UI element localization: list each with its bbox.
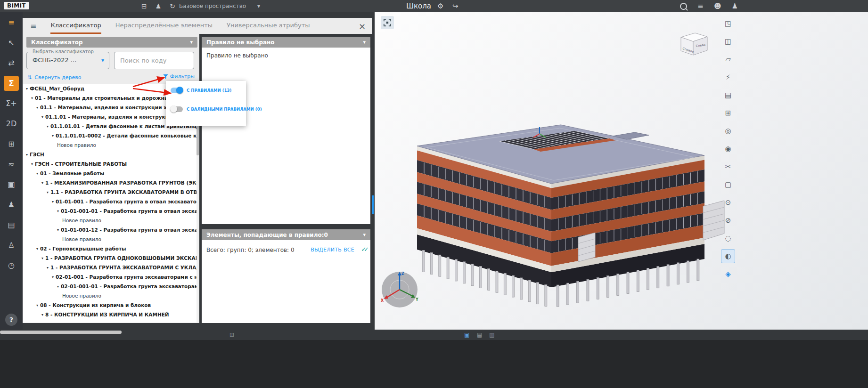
close-icon[interactable]: × (359, 21, 366, 31)
sync-icon[interactable]: ↻ (170, 2, 175, 10)
navigation-gizmo[interactable]: Z X Y (378, 268, 421, 311)
tree-caret-icon[interactable]: ▾ (41, 313, 43, 317)
tree-rule-item[interactable]: Новое правило (23, 234, 197, 244)
tree-caret-icon[interactable]: ▾ (52, 200, 54, 204)
classifier-section-header[interactable]: Классификатор ▾ (26, 37, 197, 48)
tree-caret-icon[interactable]: ▾ (36, 303, 38, 307)
shared-folder-icon[interactable]: ▤ (0, 215, 23, 235)
zoom-fit-icon[interactable]: ◳ (721, 17, 735, 30)
target-icon[interactable]: ◎ (721, 124, 735, 137)
code-search-input[interactable] (114, 52, 194, 69)
clash-icon[interactable]: ⚡ (721, 71, 735, 84)
tree-item[interactable]: ▾01-01-001 - Разработка грунта в отвал э… (23, 197, 197, 206)
tree-caret-icon[interactable]: ▾ (57, 228, 59, 232)
filters-button[interactable]: Фильтры (163, 73, 195, 80)
panel-menu-icon[interactable]: ≡ (30, 22, 36, 31)
tab-classifier[interactable]: Классификатор (50, 18, 101, 34)
measure-icon[interactable]: ▱ (721, 53, 735, 66)
tree-item[interactable]: ▾ГЭСН - СТРОИТЕЛЬНЫЕ РАБОТЫ (23, 159, 197, 169)
focus-icon[interactable]: ◉ (721, 142, 735, 155)
tree-item[interactable]: ▾02-01-001 - Разработка грунта экскавато… (23, 272, 197, 282)
tree-caret-icon[interactable]: ▾ (36, 105, 38, 110)
tree-caret-icon[interactable]: ▾ (47, 266, 49, 270)
tree-rule-item[interactable]: Новое правило (23, 216, 197, 225)
hide-icon[interactable]: ⊘ (721, 214, 735, 227)
tab-universal-attributes[interactable]: Универсальные атрибуты (227, 18, 310, 34)
structure-icon[interactable]: ⊞ (0, 134, 23, 154)
tree-caret-icon[interactable]: ▾ (47, 124, 49, 129)
tree-caret-icon[interactable]: ▾ (47, 190, 49, 194)
share-icon[interactable]: ↪ (452, 0, 459, 12)
dashboard-icon[interactable]: ◷ (0, 255, 23, 275)
tree-caret-icon[interactable]: ▾ (52, 275, 54, 279)
tree-item[interactable]: ▾01-01-001-12 - Разработка грунта в отва… (23, 225, 197, 234)
view-cube[interactable]: Справа Слева (676, 30, 710, 59)
double-check-icon[interactable]: ✓✓ (361, 246, 367, 253)
tree-caret-icon[interactable]: ▾ (36, 171, 38, 176)
cut-icon[interactable]: ✂ (721, 160, 735, 173)
toggle-switch[interactable] (171, 106, 183, 112)
tree-caret-icon[interactable]: ▾ (26, 87, 28, 91)
tree-rule-item[interactable]: Новое правило (23, 291, 197, 300)
horizontal-scrollbar[interactable] (0, 331, 122, 334)
user-icon[interactable]: ♟ (732, 2, 738, 10)
isolate-icon[interactable]: ◌ (721, 232, 735, 245)
team-icon[interactable]: ♟ (156, 2, 162, 10)
model-browser-icon[interactable]: ≡ (0, 12, 23, 32)
select-all-link[interactable]: ВЫДЕЛИТЬ ВСЁ (311, 247, 354, 253)
grid-icon[interactable]: ⊞ (721, 106, 735, 120)
plugins-icon[interactable]: ▣ (0, 174, 23, 194)
tree-caret-icon[interactable]: ▾ (31, 162, 33, 166)
layers-icon[interactable]: ▤ (721, 89, 735, 102)
settings-gear-icon[interactable]: ⚙ (437, 0, 443, 12)
tree-item[interactable]: ▾1 - МЕХАНИЗИРОВАННАЯ РАЗРАБОТКА ГРУНТОВ… (23, 178, 197, 187)
analytics-icon[interactable]: ≈ (0, 154, 23, 174)
tree-item[interactable]: ▾01-01-001-01 - Разработка грунта в отва… (23, 206, 197, 216)
tree-rule-item[interactable]: Новое правило (23, 140, 197, 150)
tree-caret-icon[interactable]: ▾ (41, 256, 43, 260)
tree-item[interactable]: ▾1 - РАЗРАБОТКА ГРУНТА ЭКСКАВАТОРАМИ С У… (23, 263, 197, 272)
model-cube-icon[interactable]: ◈ (721, 267, 735, 281)
tree-caret-icon[interactable]: ▾ (57, 284, 59, 289)
menu-list-icon[interactable]: ≡ (697, 2, 704, 10)
tree-caret-icon[interactable]: ▾ (31, 96, 33, 100)
tab-unallocated-elements[interactable]: Нераспределённые элементы (115, 18, 213, 34)
bottom-layers-icon[interactable]: ▥ (489, 331, 494, 338)
mapping-icon[interactable]: ⇄ (0, 53, 23, 73)
user-location-icon[interactable]: ♙ (0, 235, 23, 255)
selection-icon[interactable]: ▢ (721, 178, 735, 191)
tree-caret-icon[interactable]: ▾ (26, 153, 28, 157)
users-icon[interactable]: ♟ (0, 194, 23, 215)
classifier-plus-icon[interactable]: Σ+ (0, 93, 23, 113)
panel-resize-handle[interactable] (372, 195, 374, 214)
classifier-icon[interactable]: Σ (0, 73, 23, 93)
visibility-icon[interactable]: ⊙ (721, 196, 735, 209)
zoom-extents-button[interactable] (381, 16, 394, 29)
search-icon[interactable] (680, 3, 687, 10)
tree-item[interactable]: ▾08 - Конструкции из кирпича и блоков (23, 300, 197, 310)
tree-caret-icon[interactable]: ▾ (36, 247, 38, 251)
tree-caret-icon[interactable]: ▾ (52, 134, 54, 138)
bottom-window-icon[interactable]: ▣ (464, 331, 469, 338)
account-circle-icon[interactable]: ☻ (714, 2, 721, 10)
select-tool-icon[interactable]: ↖ (0, 32, 23, 53)
tree-caret-icon[interactable]: ▾ (57, 209, 59, 213)
section-box-icon[interactable]: ◫ (721, 35, 735, 48)
bottom-grid-icon[interactable]: ⊞ (229, 331, 234, 338)
elements-section-header[interactable]: Элементы, попадающие в правило:0 ▾ (202, 229, 370, 240)
workspace-selector[interactable]: Базовое пространство ▾ (179, 0, 260, 12)
tree-item[interactable]: ▾8 - КОНСТРУКЦИИ ИЗ КИРПИЧА И КАМНЕЙ (23, 310, 197, 319)
viewport-3d[interactable]: Справа Слева ◳◫▱⚡▤⊞◎◉✂▢⊙⊘◌◐◈ Z X Y (375, 12, 868, 330)
tree-item[interactable]: ▾1.1 - РАЗРАБОТКА ГРУНТА ЭКСКАВАТОРАМИ В… (23, 187, 197, 197)
2d-view-icon[interactable]: 2D (0, 113, 23, 134)
tree-item[interactable]: ▾02-01-001-01 - Разработка грунта экскав… (23, 282, 197, 291)
collapse-tree-button[interactable]: ⇅ Свернуть дерево (27, 74, 82, 81)
tree-item[interactable]: ▾02 - Горновскрышные работы (23, 244, 197, 253)
package-icon[interactable]: ⊟ (141, 2, 147, 10)
transparency-icon[interactable]: ◐ (721, 250, 735, 263)
toggle-switch[interactable] (171, 88, 183, 93)
tree-caret-icon[interactable]: ▾ (41, 115, 43, 119)
classifier-select[interactable]: Выбрать классификатор ФСНБ-2022 ... ▾ (26, 52, 109, 69)
rule-section-header[interactable]: Правило не выбрано ▾ (202, 37, 370, 48)
tree-item[interactable]: ▾1 - РАЗРАБОТКА ГРУНТА ОДНОКОВШОВЫМИ ЭКС… (23, 253, 197, 263)
